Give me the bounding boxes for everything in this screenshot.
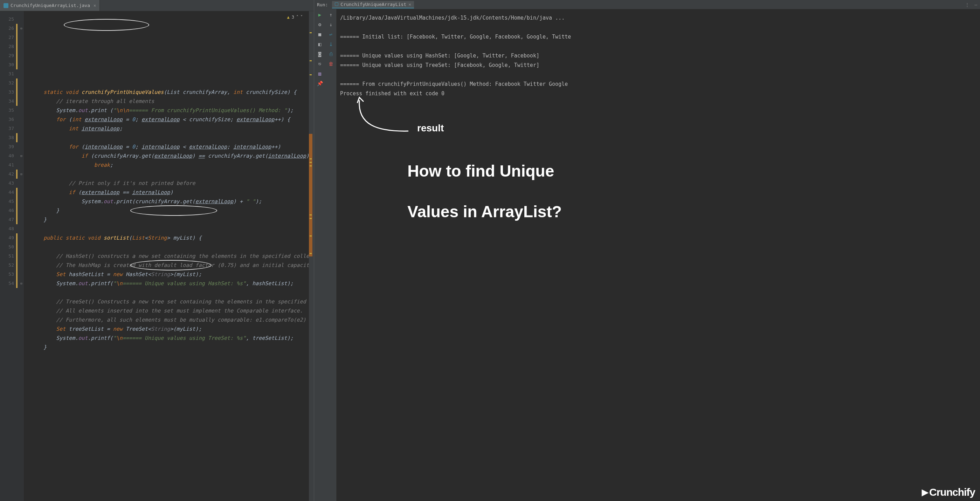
more-icon[interactable]: ⋮ xyxy=(965,2,969,7)
layout-icon[interactable]: ▥ xyxy=(317,71,323,76)
overlay-title: How to find Unique Values in ArrayList? xyxy=(372,140,562,242)
exit-icon[interactable]: ⎋ xyxy=(317,61,323,67)
console-output[interactable]: /Library/Java/JavaVirtualMachines/jdk-15… xyxy=(337,9,980,501)
warning-count: 3 xyxy=(292,13,294,22)
brand-icon: ▶ xyxy=(922,487,928,497)
editor-tab-filename: CrunchifyUniqueArrayList.java xyxy=(11,3,90,8)
run-config-tab[interactable]: CrunchifyUniqueArrayList × xyxy=(332,1,414,8)
up-icon[interactable]: ↑ xyxy=(328,12,334,17)
minimize-icon[interactable]: — xyxy=(974,2,977,7)
stop-icon[interactable]: ■ xyxy=(317,32,323,37)
inspection-widget[interactable]: ▲ 3 ˄ ˅ xyxy=(287,13,302,22)
editor-tab[interactable]: CrunchifyUniqueArrayList.java × xyxy=(0,0,100,11)
brand-watermark: ▶Crunchify xyxy=(922,487,975,497)
code-area[interactable]: ▲ 3 ˄ ˅ static void crunchifyPrintUnique… xyxy=(24,11,309,501)
result-label: result xyxy=(417,123,444,133)
rerun-icon[interactable]: ▶ xyxy=(317,12,323,17)
arrow-annotation xyxy=(356,97,412,139)
print-icon[interactable]: ⎙ xyxy=(328,51,334,57)
close-icon[interactable]: × xyxy=(408,2,411,7)
line-number-gutter[interactable]: 2526272829303132333435363738394041424344… xyxy=(0,11,16,501)
dump-icon[interactable]: ◧ xyxy=(317,41,323,47)
vcs-gutter xyxy=(16,11,19,501)
camera-icon[interactable]: ◙ xyxy=(317,51,323,57)
java-file-icon xyxy=(3,3,8,8)
clear-icon[interactable]: 🗑 xyxy=(328,61,334,67)
soft-wrap-icon[interactable]: ↩ xyxy=(328,32,334,37)
circle-annotation xyxy=(64,19,149,31)
settings-icon[interactable]: ⚙ xyxy=(317,22,323,27)
fold-gutter[interactable]: ⊟⊟⊟⊟ xyxy=(19,11,24,501)
run-toolbar-left: ▶ ⚙ ■ ◧ ◙ ⎋ ▥ 📌 xyxy=(314,9,325,501)
warning-icon: ▲ xyxy=(287,13,290,22)
error-stripe[interactable] xyxy=(309,11,314,501)
pin-icon[interactable]: 📌 xyxy=(317,81,323,86)
close-icon[interactable]: × xyxy=(94,3,96,8)
chevron-up-icon[interactable]: ˄ xyxy=(296,13,298,22)
application-icon xyxy=(335,2,338,6)
run-toolbar-right: ↑ ↓ ↩ ⤓ ⎙ 🗑 xyxy=(325,9,337,501)
run-config-name: CrunchifyUniqueArrayList xyxy=(340,2,406,7)
editor-body[interactable]: 2526272829303132333435363738394041424344… xyxy=(0,11,314,501)
chevron-down-icon[interactable]: ˅ xyxy=(301,13,302,22)
scrollbar-thumb[interactable] xyxy=(309,134,312,256)
scroll-to-end-icon[interactable]: ⤓ xyxy=(328,41,334,47)
run-label: Run: xyxy=(317,2,328,7)
down-icon[interactable]: ↓ xyxy=(328,22,334,27)
